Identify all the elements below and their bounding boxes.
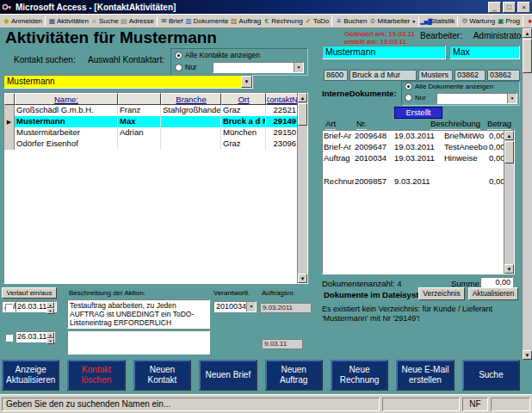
minimize-button[interactable]: _: [488, 2, 501, 13]
table-row[interactable]: Auftrag 2010034 19.03.2011 Hinweise 0,00: [323, 153, 514, 164]
cell-branche: [161, 116, 221, 127]
spin-down-icon[interactable]: ▼: [46, 338, 54, 344]
neue-email-button[interactable]: Neue E-Mail erstellen: [396, 360, 454, 391]
customer-plz-field[interactable]: 8600: [324, 70, 348, 81]
chevron-down-icon[interactable]: ▼: [246, 302, 256, 311]
customer-ort-field[interactable]: Bruck a d Mur: [350, 70, 417, 81]
spin-down-icon[interactable]: ▼: [46, 308, 54, 314]
toolbar-adresse[interactable]: ▤ Adresse: [120, 16, 155, 27]
table-row[interactable]: Brief-Ar 2009647 19.03.2011 TestAneebo 0…: [323, 142, 514, 153]
scroll-down-icon[interactable]: ▼: [523, 350, 532, 360]
contacts-header-branche[interactable]: Branche: [161, 93, 221, 105]
kontakt-loeschen-button[interactable]: Kontakt löschen: [67, 360, 125, 391]
auftragsnr-header: Auftragsnr.: [262, 289, 295, 297]
toolbar-rechnung[interactable]: € Rechnung: [262, 16, 303, 27]
toolbar-statistik[interactable]: ▂▅█ Statistik: [421, 16, 455, 27]
scroll-down-icon[interactable]: ▼: [298, 274, 307, 283]
doc-header-art[interactable]: Art: [325, 119, 336, 130]
toolbar-auftrag[interactable]: ▨ Auftrag: [229, 16, 262, 27]
toolbar-todo[interactable]: ✓ ToDo: [304, 16, 331, 27]
table-row[interactable]: Rechnun 2009857 9.03.2011 0,00: [323, 176, 514, 188]
spin-up-icon[interactable]: ▲: [46, 302, 54, 308]
contacts-header-kontaktnr[interactable]: KontaktNr: [266, 93, 299, 105]
toolbar-suche[interactable]: ○ Suche: [90, 16, 120, 27]
row-selector[interactable]: [4, 139, 15, 150]
customer-name-field[interactable]: Mustermann: [322, 46, 446, 59]
doc-header-betrag[interactable]: Betrag: [487, 119, 511, 130]
kontaktart-combo[interactable]: ▼: [213, 62, 304, 73]
search-input[interactable]: Mustermann ▼: [3, 75, 253, 89]
activity-checkbox[interactable]: [5, 334, 13, 342]
scrollbar-thumb[interactable]: [504, 141, 514, 163]
chevron-down-icon[interactable]: ▼: [294, 63, 303, 72]
documents-scrollbar[interactable]: ▲ ▼: [504, 131, 514, 274]
scrollbar-thumb[interactable]: [298, 103, 307, 126]
radio-nur-dokumente[interactable]: Nur: [405, 94, 426, 102]
verzeichnis-button[interactable]: Verzeichnis: [418, 287, 465, 300]
table-row-selected[interactable]: ▶ Mustermann Max Bruck a d M 29149: [4, 116, 307, 127]
cell-betrag: 0,00: [488, 153, 505, 164]
neuen-auftrag-button[interactable]: Neuen Auftrag: [265, 360, 323, 391]
scroll-up-icon[interactable]: ▲: [504, 131, 514, 140]
toolbar-buchen[interactable]: ≡ Buchen: [334, 16, 368, 27]
customer-tel2-field[interactable]: 03862: [487, 70, 520, 81]
anzeige-aktualisieren-button[interactable]: Anzeige Aktualisieren: [2, 360, 59, 391]
contacts-scrollbar[interactable]: ▲ ▼: [297, 93, 307, 283]
row-selector[interactable]: [4, 127, 15, 139]
activity-date-field[interactable]: 26.03.11 ▲ ▼: [15, 301, 55, 312]
radio-alle-dokumente[interactable]: Alle Dokumente anzeigen: [405, 83, 493, 90]
spin-up-icon[interactable]: ▲: [46, 332, 54, 338]
toolbar-wartung[interactable]: ⚙ Wartung: [460, 16, 496, 27]
contacts-header-name[interactable]: Name:: [15, 93, 118, 105]
toolbar-dokumente[interactable]: ▥ Dokumente: [183, 16, 229, 27]
activity-date-field[interactable]: 26.03.11 ▲ ▼: [15, 331, 55, 342]
toolbar-aktivitaeten[interactable]: ▦ Aktivitäten: [47, 16, 90, 27]
activity-checkbox[interactable]: [5, 304, 13, 311]
customer-vorname-field[interactable]: Max: [449, 46, 520, 59]
date-spinner[interactable]: ▲ ▼: [46, 302, 54, 311]
customer-tel1-field[interactable]: 03862: [455, 70, 486, 81]
doc-header-beschreibung[interactable]: Beschreibung: [430, 119, 480, 130]
table-row[interactable]: Mustermitarbeiter Adrian München 29150: [4, 127, 307, 139]
toolbar-prog[interactable]: ▣ Prog: [496, 16, 521, 27]
chevron-down-icon[interactable]: ▼: [241, 76, 252, 88]
chevron-down-icon[interactable]: ▼: [507, 94, 517, 103]
scrollbar-thumb[interactable]: [523, 39, 532, 73]
contacts-header-vorname[interactable]: [118, 93, 161, 105]
activity-description-input[interactable]: [67, 330, 210, 354]
neuen-kontakt-button[interactable]: Neuen Kontakt: [133, 360, 191, 391]
scroll-up-icon[interactable]: ▲: [523, 28, 532, 38]
scroll-up-icon[interactable]: ▲: [298, 93, 307, 102]
neue-rechnung-button[interactable]: Neue Rechnung: [331, 360, 388, 391]
toolbar-mitarbeiter[interactable]: ☺ Mitarbeiter ▼: [368, 16, 417, 27]
cell-branche: [161, 139, 221, 150]
contacts-header-ort[interactable]: Ort: [221, 93, 266, 105]
aktualisieren-button[interactable]: Aktualisieren: [468, 287, 518, 300]
table-row[interactable]: Großschädl G.m.b.H. Franz Stahlgroßhande…: [4, 105, 307, 116]
radio-icon: [175, 52, 182, 59]
date-spinner[interactable]: ▲ ▼: [46, 332, 54, 342]
customer-strasse-field[interactable]: Musters: [418, 70, 453, 81]
suche-button[interactable]: Suche: [462, 360, 520, 391]
close-button[interactable]: ×: [517, 2, 530, 13]
doc-header-nr[interactable]: Nr.: [356, 119, 367, 130]
auftragsnr-combo[interactable]: 2010034 ▼: [213, 301, 257, 312]
verlauf-toggle-button[interactable]: Verlauf ein/aus: [2, 287, 57, 299]
sort-erstellt-button[interactable]: Erstellt: [394, 107, 442, 119]
row-selector[interactable]: [4, 105, 15, 116]
cell-ort: München: [221, 127, 266, 139]
table-row[interactable]: Brief-Ar 2009648 19.03.2011 BriefMitWo 0…: [323, 131, 514, 142]
toolbar-brief[interactable]: ✉ Brief: [159, 16, 183, 27]
table-row[interactable]: Odörfer Eisenhof Graz 23096: [4, 139, 307, 150]
radio-alle-kontakte[interactable]: Alle Kontakte anzeigen: [175, 51, 260, 59]
restore-button[interactable]: □: [503, 2, 516, 13]
toolbar-anmelden[interactable]: ◆ Anmelden: [2, 16, 43, 27]
dokumentart-combo[interactable]: ▼: [436, 93, 517, 104]
toolbar-beenden[interactable]: ● Beenden: [525, 16, 532, 27]
form-scrollbar[interactable]: ▲ ▼: [522, 28, 532, 360]
activity-description-input[interactable]: Testauftrag abarbeiten, zu Jeden AUFTRAG…: [67, 299, 210, 329]
radio-nur-kontakte[interactable]: Nur: [175, 63, 197, 71]
scroll-down-icon[interactable]: ▼: [504, 264, 514, 274]
row-selector[interactable]: ▶: [4, 116, 15, 127]
neuen-brief-button[interactable]: Neuen Brief: [199, 360, 257, 391]
